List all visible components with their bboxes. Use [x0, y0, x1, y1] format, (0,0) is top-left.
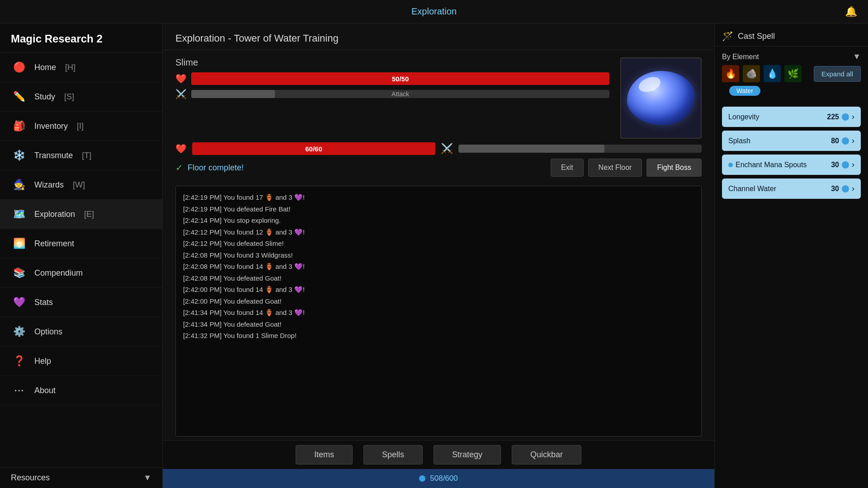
enemy-image — [620, 57, 702, 139]
panel-header: 🪄 Cast Spell — [715, 23, 868, 47]
wand-icon: 🪄 — [722, 31, 733, 42]
sidebar-item-retirement[interactable]: 🌅 Retirement — [0, 229, 162, 258]
resources-toggle[interactable]: Resources ▼ — [11, 473, 151, 483]
enemy-hp-icon: ❤️ — [175, 73, 187, 84]
sidebar-item-transmute[interactable]: ❄️ Transmute [T] — [0, 141, 162, 170]
active-element-badge-container: Water — [715, 86, 868, 103]
element-icons: 🔥 🪨 💧 🌿 Expand all — [715, 65, 868, 86]
spell-item-channel_water[interactable]: Channel Water 30 › — [722, 178, 861, 199]
content-header: Exploration - Tower of Water Training — [163, 23, 714, 50]
spell-cost-channel_water: 30 — [831, 185, 839, 193]
log-entry: [2:42:08 PM] You found 14 🏺 and 3 💜! — [183, 261, 694, 272]
home-nav-key: [H] — [65, 63, 75, 72]
transmute-nav-icon: ❄️ — [11, 147, 27, 164]
sidebar-item-options[interactable]: ⚙️ Options — [0, 317, 162, 347]
spell-item-splash[interactable]: Splash 80 › — [722, 131, 861, 151]
sidebar-item-compendium[interactable]: 📚 Compendium — [0, 258, 162, 288]
sidebar-bottom: Resources ▼ — [0, 467, 162, 488]
compendium-nav-icon: 📚 — [11, 265, 27, 281]
exit-button[interactable]: Exit — [551, 159, 584, 177]
earth-element-icon[interactable]: 🪨 — [743, 65, 760, 82]
combat-log: [2:42:19 PM] You found 17 🏺 and 3 💜![2:4… — [175, 186, 702, 436]
spell-item-enchant_mana_spouts[interactable]: Enchant Mana Spouts 30 › — [722, 155, 861, 175]
sidebar-item-wizards[interactable]: 🧙 Wizards [W] — [0, 170, 162, 200]
log-entry: [2:41:34 PM] You defeated Goat! — [183, 319, 694, 330]
enemy-attack-label: Attack — [392, 90, 409, 98]
spell-item-longevity[interactable]: Longevity 225 › — [722, 107, 861, 127]
spell-expand-icon: › — [852, 136, 854, 145]
expand-all-button[interactable]: Expand all — [814, 66, 861, 82]
tab-quickbar[interactable]: Quickbar — [512, 445, 581, 465]
enemy-attack-icon: ⚔️ — [175, 89, 187, 99]
transmute-nav-key: [T] — [82, 151, 91, 160]
log-entry: [2:42:12 PM] You found 12 🏺 and 3 💜! — [183, 226, 694, 238]
spell-name-splash: Splash — [728, 137, 750, 145]
floor-status: ✓ Floor complete! Exit Next Floor Fight … — [175, 155, 702, 178]
sidebar-item-about[interactable]: ⋯ About — [0, 376, 162, 405]
exploration-nav-label: Exploration — [34, 210, 75, 219]
sidebar-item-exploration[interactable]: 🗺️ Exploration [E] — [0, 200, 162, 229]
stats-nav-label: Stats — [34, 298, 53, 307]
spell-expand-icon: › — [852, 112, 854, 122]
right-panel: 🪄 Cast Spell By Element ▼ 🔥 🪨 💧 🌿 Expand… — [714, 23, 868, 488]
top-bar-title: Exploration — [411, 6, 457, 17]
player-attack-fill — [458, 145, 604, 153]
mana-cost-icon — [842, 137, 849, 145]
inventory-nav-icon: 🎒 — [11, 118, 27, 134]
spell-active-dot — [728, 163, 733, 167]
log-entry: [2:42:08 PM] You defeated Goat! — [183, 272, 694, 284]
sidebar-item-stats[interactable]: 💜 Stats — [0, 288, 162, 317]
sidebar-item-help[interactable]: ❓ Help — [0, 347, 162, 376]
slime-highlight — [637, 74, 662, 94]
exploration-nav-key: [E] — [84, 210, 94, 219]
spell-cost-splash: 80 — [831, 137, 839, 145]
check-icon: ✓ — [175, 162, 183, 173]
tab-strategy[interactable]: Strategy — [434, 445, 501, 465]
help-nav-icon: ❓ — [11, 353, 27, 369]
player-hp-label: 60/60 — [305, 145, 322, 153]
by-element-chevron-icon[interactable]: ▼ — [853, 52, 861, 61]
status-bar: 508/600 — [163, 469, 714, 488]
sidebar: Magic Research 2 🔴 Home [H] ✏️ Study [S]… — [0, 23, 163, 488]
fire-element-icon[interactable]: 🔥 — [722, 65, 739, 82]
wizards-nav-label: Wizards — [34, 180, 64, 190]
bottom-tabs: ItemsSpellsStrategyQuickbar — [163, 440, 714, 469]
wizards-nav-icon: 🧙 — [11, 177, 27, 193]
water-element-icon[interactable]: 💧 — [764, 65, 781, 82]
help-nav-label: Help — [34, 357, 51, 366]
study-nav-label: Study — [34, 92, 55, 102]
tab-items[interactable]: Items — [296, 445, 353, 465]
spell-name-channel_water: Channel Water — [728, 185, 776, 193]
sidebar-item-inventory[interactable]: 🎒 Inventory [I] — [0, 112, 162, 141]
content-area: Exploration - Tower of Water Training Sl… — [163, 23, 714, 488]
log-entry: [2:42:00 PM] You found 14 🏺 and 3 💜! — [183, 284, 694, 296]
log-entry: [2:42:19 PM] You defeated Fire Bat! — [183, 203, 694, 215]
log-entry: [2:41:32 PM] You found 1 Slime Drop! — [183, 330, 694, 342]
enemy-section: Slime ❤️ 50/50 ⚔️ Attack — [175, 57, 702, 139]
sidebar-item-home[interactable]: 🔴 Home [H] — [0, 53, 162, 82]
cast-spell-label: Cast Spell — [738, 32, 775, 41]
wizards-nav-key: [W] — [73, 180, 85, 190]
spell-cost-longevity: 225 — [827, 113, 839, 121]
stats-nav-icon: 💜 — [11, 294, 27, 310]
next-floor-button[interactable]: Next Floor — [588, 159, 642, 177]
enemy-attack-bar: Attack — [191, 90, 609, 98]
combat-area: Slime ❤️ 50/50 ⚔️ Attack — [163, 50, 714, 186]
top-bar: Exploration 🔔 — [0, 0, 868, 23]
nature-element-icon[interactable]: 🌿 — [784, 65, 802, 82]
inventory-nav-label: Inventory — [34, 122, 68, 131]
app-title: Magic Research 2 — [0, 23, 162, 53]
fight-boss-button[interactable]: Fight Boss — [646, 159, 702, 177]
log-entry: [2:42:14 PM] You stop exploring. — [183, 215, 694, 226]
notification-bell-icon[interactable]: 🔔 — [845, 6, 857, 18]
tab-spells[interactable]: Spells — [363, 445, 423, 465]
sidebar-item-study[interactable]: ✏️ Study [S] — [0, 82, 162, 112]
mana-dot-icon — [419, 475, 425, 482]
enemy-attack-fill — [191, 90, 275, 98]
study-nav-key: [S] — [64, 92, 74, 102]
enemy-hp-label: 50/50 — [392, 75, 409, 83]
sidebar-nav: 🔴 Home [H] ✏️ Study [S] 🎒 Inventory [I] … — [0, 53, 162, 467]
enemy-hp-bar: 50/50 — [191, 72, 609, 85]
spell-expand-icon: › — [852, 160, 854, 169]
enemy-name: Slime — [175, 57, 609, 68]
